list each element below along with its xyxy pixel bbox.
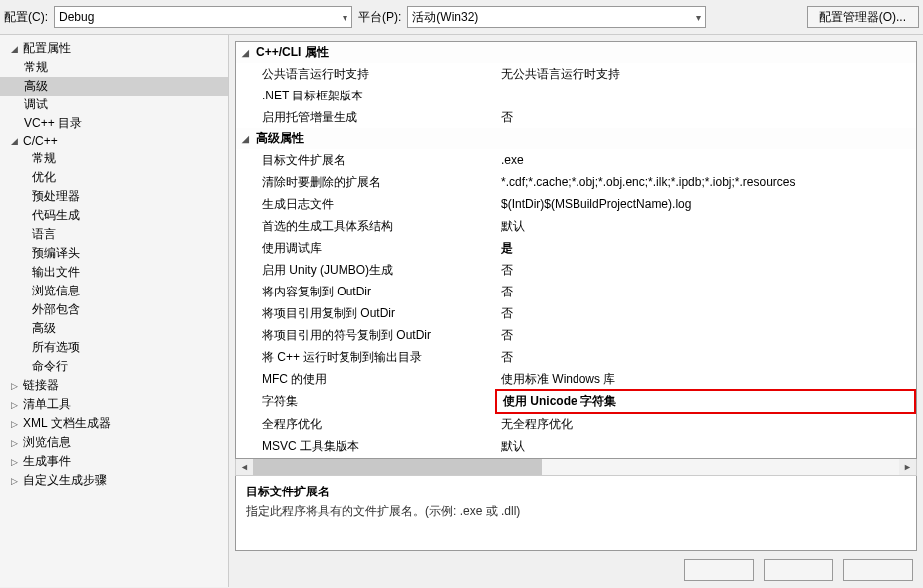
property-row[interactable]: 将内容复制到 OutDir否	[236, 281, 916, 302]
config-label: 配置(C):	[4, 9, 48, 26]
chevron-right-icon: ▷	[8, 381, 20, 391]
platform-label: 平台(P):	[358, 9, 401, 26]
property-value[interactable]: 否	[495, 282, 916, 302]
tree-item-label: XML 文档生成器	[23, 415, 111, 432]
property-value[interactable]: 否	[495, 303, 916, 324]
apply-button[interactable]	[843, 559, 913, 581]
chevron-right-icon: ▷	[8, 419, 20, 429]
property-row[interactable]: 生成日志文件$(IntDir)$(MSBuildProjectName).log	[236, 193, 916, 215]
tree-item-label: 所有选项	[32, 339, 80, 356]
property-name: 字符集	[256, 391, 495, 412]
property-row[interactable]: 首选的生成工具体系结构默认	[236, 215, 916, 237]
property-category[interactable]: ◢ 高级属性	[236, 128, 916, 149]
property-value[interactable]: 无公共语言运行时支持	[495, 64, 916, 85]
tree-item[interactable]: 外部包含	[0, 300, 228, 319]
property-row[interactable]: MSVC 工具集版本默认	[236, 435, 916, 457]
ok-button[interactable]	[684, 559, 754, 581]
cancel-button[interactable]	[764, 559, 833, 581]
scroll-left-icon[interactable]: ◄	[236, 459, 253, 475]
property-value[interactable]: $(IntDir)$(MSBuildProjectName).log	[495, 195, 916, 213]
tree-item-label: 自定义生成步骤	[23, 472, 107, 489]
property-value[interactable]: .exe	[495, 151, 916, 169]
tree-item[interactable]: ▷清单工具	[0, 395, 228, 414]
tree-item[interactable]: ▷自定义生成步骤	[0, 471, 228, 490]
tree-item[interactable]: 命令行	[0, 357, 228, 376]
tree-item[interactable]: 所有选项	[0, 338, 228, 357]
property-value[interactable]	[495, 94, 916, 98]
tree-item-label: 代码生成	[32, 207, 80, 224]
tree-item[interactable]: 预编译头	[0, 244, 228, 263]
tree-item[interactable]: 代码生成	[0, 206, 228, 225]
tree-item[interactable]: 输出文件	[0, 263, 228, 282]
property-name: 将项目引用复制到 OutDir	[256, 303, 495, 324]
tree-item[interactable]: ▷链接器	[0, 376, 228, 395]
property-category[interactable]: ◢ C++/CLI 属性	[236, 42, 916, 63]
tree-item[interactable]: 语言	[0, 225, 228, 244]
property-name: MFC 的使用	[256, 369, 495, 390]
config-dropdown[interactable]: Debug ▾	[54, 6, 352, 28]
property-value[interactable]: 使用标准 Windows 库	[495, 369, 916, 390]
property-row[interactable]: 启用 Unity (JUMBO)生成否	[236, 259, 916, 281]
tree-item[interactable]: 高级	[0, 319, 228, 338]
property-value[interactable]: 否	[495, 260, 916, 281]
tree-root[interactable]: ◢ 配置属性	[0, 39, 228, 58]
chevron-right-icon: ▷	[8, 438, 20, 448]
tree-item[interactable]: 高级	[0, 77, 228, 96]
property-name: 清除时要删除的扩展名	[256, 172, 495, 193]
chevron-down-icon: ◢	[238, 48, 252, 58]
tree-item-label: 语言	[32, 226, 56, 243]
scroll-right-icon[interactable]: ►	[899, 459, 916, 475]
property-name: 生成日志文件	[256, 194, 495, 215]
tree-item[interactable]: ◢C/C++	[0, 133, 228, 149]
tree-item[interactable]: 浏览信息	[0, 282, 228, 300]
property-name: .NET 目标框架版本	[256, 86, 495, 106]
horizontal-scrollbar[interactable]: ◄ ►	[235, 459, 917, 476]
tree-item[interactable]: ▷浏览信息	[0, 433, 228, 452]
main-split: ◢ 配置属性 常规高级调试VC++ 目录◢C/C++常规优化预处理器代码生成语言…	[0, 34, 923, 587]
tree-item[interactable]: 调试	[0, 96, 228, 114]
property-row[interactable]: 将项目引用的符号复制到 OutDir否	[236, 324, 916, 346]
tree-item[interactable]: 常规	[0, 149, 228, 168]
property-grid: ◢ C++/CLI 属性 公共语言运行时支持无公共语言运行时支持.NET 目标框…	[235, 41, 917, 459]
tree-item[interactable]: 优化	[0, 168, 228, 187]
property-row[interactable]: 将项目引用复制到 OutDir否	[236, 302, 916, 324]
config-value: Debug	[59, 10, 94, 24]
tree-item[interactable]: VC++ 目录	[0, 114, 228, 133]
tree-item[interactable]: ▷生成事件	[0, 452, 228, 471]
tree-item-label: 链接器	[23, 377, 59, 394]
property-name: 将内容复制到 OutDir	[256, 282, 495, 302]
property-row[interactable]: 公共语言运行时支持无公共语言运行时支持	[236, 63, 916, 85]
tree-item-label: 浏览信息	[23, 434, 71, 451]
property-value[interactable]: 无全程序优化	[495, 414, 916, 435]
chevron-down-icon: ◢	[8, 136, 20, 146]
property-row[interactable]: 清除时要删除的扩展名*.cdf;*.cache;*.obj;*.obj.enc;…	[236, 171, 916, 193]
property-row[interactable]: 字符集使用 Unicode 字符集	[236, 390, 916, 413]
property-row[interactable]: 全程序优化无全程序优化	[236, 413, 916, 435]
scrollbar-track[interactable]	[253, 459, 899, 475]
property-row[interactable]: 将 C++ 运行时复制到输出目录否	[236, 346, 916, 368]
property-row[interactable]: 使用调试库是	[236, 237, 916, 259]
property-row[interactable]: 目标文件扩展名.exe	[236, 149, 916, 171]
tree-item[interactable]: ▷XML 文档生成器	[0, 414, 228, 433]
chevron-down-icon: ▾	[343, 12, 347, 23]
chevron-right-icon: ▷	[8, 457, 20, 467]
property-name: 公共语言运行时支持	[256, 64, 495, 85]
property-row[interactable]: 启用托管增量生成否	[236, 106, 916, 128]
property-name: 启用 Unity (JUMBO)生成	[256, 260, 495, 281]
property-row[interactable]: .NET 目标框架版本	[236, 85, 916, 106]
property-value[interactable]: 默认	[495, 436, 916, 457]
scrollbar-thumb[interactable]	[253, 459, 542, 475]
property-value[interactable]: 否	[495, 325, 916, 346]
property-value[interactable]: 默认	[495, 216, 916, 237]
tree-item[interactable]: 预处理器	[0, 187, 228, 206]
property-value[interactable]: 使用 Unicode 字符集	[495, 389, 916, 414]
platform-dropdown[interactable]: 活动(Win32) ▾	[407, 6, 706, 28]
property-value[interactable]: 否	[495, 107, 916, 128]
tree-item-label: 外部包含	[32, 301, 80, 318]
config-manager-button[interactable]: 配置管理器(O)...	[807, 6, 919, 28]
tree-item[interactable]: 常规	[0, 58, 228, 77]
property-row[interactable]: MFC 的使用使用标准 Windows 库	[236, 368, 916, 390]
property-value[interactable]: 否	[495, 347, 916, 368]
property-value[interactable]: *.cdf;*.cache;*.obj;*.obj.enc;*.ilk;*.ip…	[495, 173, 916, 191]
property-value[interactable]: 是	[495, 238, 916, 259]
